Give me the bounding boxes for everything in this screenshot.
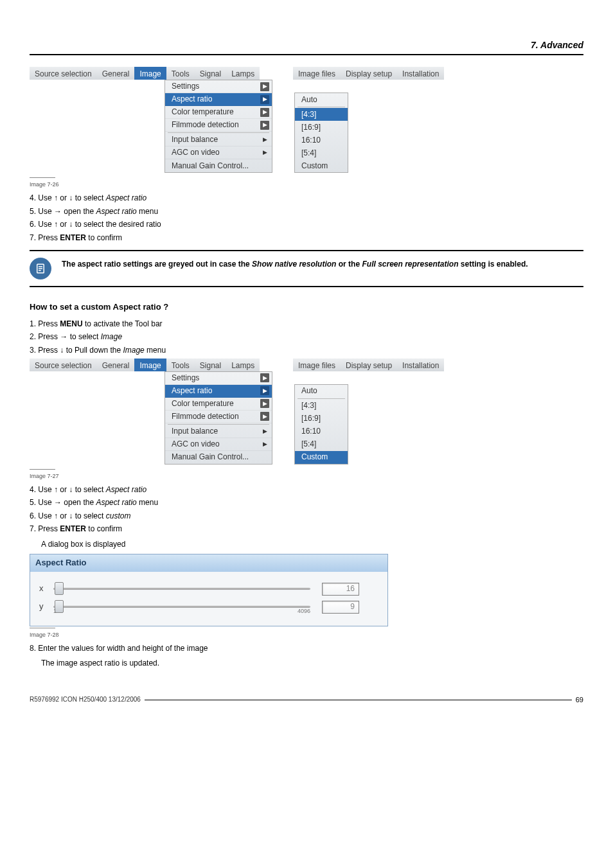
y-tick-max: 4096	[298, 607, 310, 616]
menu-image[interactable]: Image	[134, 359, 166, 371]
dd-filmmode[interactable]: Filmmode detection▶	[165, 119, 272, 132]
dd-manual-gain[interactable]: Manual Gain Control...	[165, 451, 272, 464]
bstep-7b: to confirm	[86, 524, 122, 533]
menu-source-selection[interactable]: Source selection	[30, 67, 97, 80]
menu-tools[interactable]: Tools	[166, 67, 195, 80]
ar-custom[interactable]: Custom	[295, 451, 348, 464]
chevron-right-icon: ▶	[260, 439, 269, 448]
dd-manual-gain[interactable]: Manual Gain Control...	[165, 159, 272, 172]
menu-lamps[interactable]: Lamps	[226, 359, 260, 371]
step-7b: to confirm	[86, 233, 122, 242]
dd-agc-label: AGC on video	[172, 147, 220, 158]
steps-after-dialog: 8. Enter the values for width and height…	[30, 643, 583, 669]
ar-16-9[interactable]: [16:9]	[295, 412, 348, 425]
bstep-6-ital: custom	[106, 511, 131, 520]
bstep-5a: 5. Use → open the	[30, 498, 96, 507]
chevron-right-icon: ▶	[260, 108, 269, 117]
steps-after-726: 4. Use ↑ or ↓ to select Aspect ratio 5. …	[30, 193, 583, 244]
dd-filmmode-label: Filmmode detection	[172, 411, 239, 422]
ar-custom[interactable]: Custom	[295, 159, 348, 172]
ar-auto[interactable]: Auto	[295, 93, 348, 106]
ar-16-10[interactable]: 16:10	[295, 425, 348, 438]
menu-lamps[interactable]: Lamps	[226, 67, 260, 80]
step-4-ital: Aspect ratio	[106, 193, 147, 202]
ar-16-10[interactable]: 16:10	[295, 134, 348, 146]
dd-input-balance[interactable]: Input balance▶	[165, 425, 272, 438]
menu-source-selection[interactable]: Source selection	[30, 359, 97, 371]
menu-tools[interactable]: Tools	[166, 359, 195, 371]
menu-general[interactable]: General	[97, 359, 135, 371]
menu-installation[interactable]: Installation	[397, 67, 444, 80]
cstep-3b: menu	[145, 346, 166, 355]
cstep-1-bold: MENU	[60, 319, 82, 328]
dd-aspect-ratio[interactable]: Aspect ratio▶	[165, 385, 272, 398]
dd-input-balance-label: Input balance	[172, 134, 218, 145]
menu-image-files[interactable]: Image files	[293, 67, 341, 80]
dd-input-balance-label: Input balance	[172, 426, 218, 437]
ar-16-9[interactable]: [16:9]	[295, 121, 348, 134]
dd-input-balance[interactable]: Input balance▶	[165, 134, 272, 146]
screenshot-727: Source selection General Image Tools Sig…	[30, 359, 583, 469]
bstep-4-ital: Aspect ratio	[106, 485, 147, 494]
caption-728: Image 7-28	[30, 631, 583, 639]
dd-settings[interactable]: Settings▶	[165, 372, 272, 385]
cstep-3a: 3. Press ↓ to Pull down the	[30, 346, 123, 355]
dd-agc[interactable]: AGC on video▶	[165, 146, 272, 159]
cstep-1b: to activate the Tool bar	[83, 319, 163, 328]
x-value-field[interactable]: 16	[322, 583, 359, 596]
note-bottom-rule	[30, 286, 583, 287]
footer-rule	[145, 700, 572, 700]
screenshot-726: Source selection General Image Tools Sig…	[30, 67, 583, 177]
ar-5-4[interactable]: [5:4]	[295, 438, 348, 451]
x-label: x	[39, 583, 53, 595]
footer-doc-id: R5976992 ICON H250/400 13/12/2006	[30, 695, 141, 705]
menu-installation[interactable]: Installation	[397, 359, 444, 371]
ar-5-4[interactable]: [5:4]	[295, 146, 348, 159]
step-6: 6. Use ↑ or ↓ to select the desired rati…	[30, 220, 161, 229]
chevron-right-icon: ▶	[260, 427, 269, 436]
steps-custom-top: 1. Press MENU to activate the Tool bar 2…	[30, 319, 583, 356]
caption-726: Image 7-26	[30, 181, 583, 189]
menu-display-setup[interactable]: Display setup	[341, 359, 397, 371]
y-value-field[interactable]: 9	[322, 601, 359, 614]
image-dropdown: Settings▶ Aspect ratio▶ Color temperatur…	[164, 80, 272, 173]
chevron-right-icon: ▶	[260, 95, 269, 104]
note-text: The aspect ratio settings are greyed out…	[62, 258, 528, 270]
bstep-4: 4. Use ↑ or ↓ to select	[30, 485, 106, 494]
dd-color-temp[interactable]: Color temperature▶	[165, 398, 272, 411]
y-slider[interactable]: 1 4096	[53, 600, 310, 614]
step-5a: 5. Use → open the	[30, 207, 96, 216]
menu-signal[interactable]: Signal	[195, 67, 226, 80]
dd-aspect-ratio[interactable]: Aspect ratio▶	[165, 93, 272, 106]
dd-color-temp[interactable]: Color temperature▶	[165, 106, 272, 119]
chevron-right-icon: ▶	[260, 82, 269, 91]
menu-display-setup[interactable]: Display setup	[341, 67, 397, 80]
chevron-right-icon: ▶	[260, 412, 269, 421]
image-dropdown: Settings▶ Aspect ratio▶ Color temperatur…	[164, 371, 272, 465]
aspect-ratio-submenu: Auto [4:3] [16:9] 16:10 [5:4] Custom	[294, 384, 348, 465]
x-slider[interactable]	[53, 582, 310, 596]
chevron-right-icon: ▶	[260, 373, 269, 382]
step-7a: 7. Press	[30, 233, 60, 242]
ar-4-3[interactable]: [4:3]	[295, 400, 348, 412]
aspect-ratio-submenu: Auto [4:3] [16:9] 16:10 [5:4] Custom	[294, 93, 348, 173]
menu-image-files[interactable]: Image files	[293, 359, 341, 371]
menu-signal[interactable]: Signal	[195, 359, 226, 371]
dd-color-temp-label: Color temperature	[172, 107, 234, 118]
dd-settings[interactable]: Settings▶	[165, 80, 272, 93]
dd-settings-label: Settings	[172, 373, 199, 384]
slider-thumb-icon[interactable]	[55, 582, 64, 595]
section-heading: How to set a custom Aspect ratio ?	[30, 301, 583, 314]
chevron-right-icon: ▶	[260, 386, 269, 395]
bstep-5b: menu	[137, 498, 158, 507]
caption-727: Image 7-27	[30, 472, 583, 481]
ar-4-3[interactable]: [4:3]	[295, 108, 348, 121]
dd-aspect-label: Aspect ratio	[172, 385, 212, 396]
dd-filmmode[interactable]: Filmmode detection▶	[165, 411, 272, 423]
cstep-2a: 2. Press → to select	[30, 332, 101, 341]
menu-image[interactable]: Image	[134, 67, 166, 80]
ar-auto[interactable]: Auto	[295, 385, 348, 398]
dd-agc[interactable]: AGC on video▶	[165, 438, 272, 451]
bstep-7-sub: A dialog box is displayed	[41, 539, 583, 550]
menu-general[interactable]: General	[97, 67, 135, 80]
